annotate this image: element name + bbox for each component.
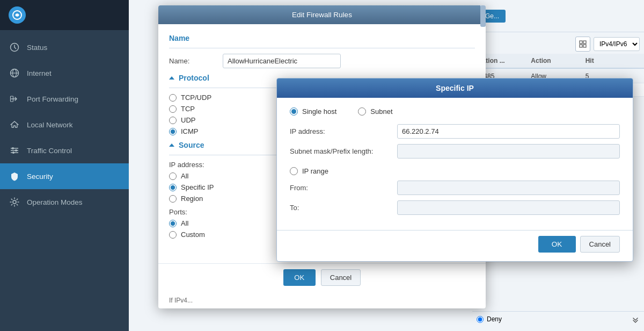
subnet-radio[interactable] xyxy=(358,107,366,116)
name-section-title: Name xyxy=(169,34,475,42)
svg-rect-14 xyxy=(580,45,582,47)
ip-range-radio[interactable] xyxy=(290,167,298,175)
firewall-dialog-titlebar: Edit Firewall Rules xyxy=(158,5,486,24)
to-input[interactable] xyxy=(397,200,620,215)
protocol-tcp-radio[interactable] xyxy=(169,105,177,113)
table-col-headers: ination ... Action Hit xyxy=(472,54,644,69)
sidebar-item-local-network-label: Local Network xyxy=(27,121,73,129)
col-header-action: Action xyxy=(531,57,585,64)
sidebar-item-operation-modes[interactable]: Operation Modes xyxy=(0,189,129,215)
ip-range-radio-row: IP range xyxy=(290,167,620,175)
deny-radio-option[interactable]: Deny xyxy=(477,315,502,323)
sidebar: Status Internet Port Forwarding xyxy=(0,0,129,331)
name-input[interactable] xyxy=(223,54,341,68)
source-ip-specific-label: Specific IP xyxy=(181,183,214,191)
svg-rect-12 xyxy=(580,41,582,44)
protocol-icmp-label: ICMP xyxy=(181,127,199,135)
subnet-mask-label: Subnet mask/Prefix length: xyxy=(290,147,397,155)
sidebar-item-traffic-control[interactable]: Traffic Control xyxy=(0,138,129,163)
top-bar: Ge... xyxy=(472,0,644,32)
sidebar-item-security[interactable]: Security xyxy=(0,163,129,189)
subnet-label: Subnet xyxy=(370,107,392,116)
protocol-icmp-radio[interactable] xyxy=(169,128,177,135)
specific-ip-cancel-button[interactable]: Cancel xyxy=(580,236,620,253)
specific-ip-dialog-title: Specific IP xyxy=(436,84,474,92)
sidebar-item-local-network[interactable]: Local Network xyxy=(0,112,129,138)
sidebar-logo xyxy=(0,0,129,30)
firewall-dialog-footer: OK Cancel xyxy=(158,263,486,294)
ip-range-option[interactable]: IP range xyxy=(290,167,328,175)
ip-version-area: IPv4/IPv6 IPv4 IPv6 xyxy=(575,37,640,52)
subnet-mask-row: Subnet mask/Prefix length: xyxy=(290,144,620,159)
from-input[interactable] xyxy=(397,181,620,195)
single-host-option[interactable]: Single host xyxy=(290,107,336,116)
sidebar-item-port-forwarding-label: Port Forwarding xyxy=(27,95,78,103)
specific-ip-dialog-body: Single host Subnet IP address: Subnet ma… xyxy=(277,98,633,230)
deny-row: Deny xyxy=(472,311,644,327)
subnet-option[interactable]: Subnet xyxy=(358,107,392,116)
sidebar-item-status[interactable]: Status xyxy=(0,34,129,60)
ip-range-label: IP range xyxy=(302,167,328,175)
ip-address-row: IP address: xyxy=(290,124,620,139)
firewall-dialog-title: Edit Firewall Rules xyxy=(292,11,352,19)
source-ip-all-radio[interactable] xyxy=(169,172,177,180)
ip-version-select[interactable]: IPv4/IPv6 IPv4 IPv6 xyxy=(594,37,640,51)
dialog-bottom-note: If IPv4... xyxy=(158,294,486,308)
home-icon xyxy=(9,119,20,131)
from-label: From: xyxy=(290,184,397,192)
sliders-icon xyxy=(9,145,20,156)
single-host-label: Single host xyxy=(302,107,336,116)
protocol-tcp-label: TCP xyxy=(181,105,195,113)
source-ip-region-radio[interactable] xyxy=(169,195,177,203)
ip-address-label: IP address: xyxy=(290,127,397,135)
globe-icon xyxy=(9,67,20,79)
expand-icon[interactable] xyxy=(631,315,640,323)
to-row: To: xyxy=(290,200,620,215)
sidebar-item-security-label: Security xyxy=(27,172,53,181)
sidebar-item-port-forwarding[interactable]: Port Forwarding xyxy=(0,86,129,112)
subnet-mask-input[interactable] xyxy=(397,144,620,159)
col-header-hit: Hit xyxy=(586,57,640,64)
sidebar-item-internet-label: Internet xyxy=(27,69,52,77)
firewall-ok-button[interactable]: OK xyxy=(283,269,316,286)
scrollbar-thumb[interactable] xyxy=(480,5,486,27)
specific-ip-dialog-footer: OK Cancel xyxy=(277,231,633,261)
sidebar-item-status-label: Status xyxy=(27,44,47,52)
protocol-udp-label: UDP xyxy=(181,116,195,124)
source-ip-region-label: Region xyxy=(181,195,203,203)
firewall-cancel-button[interactable]: Cancel xyxy=(321,269,361,286)
source-ip-specific-radio[interactable] xyxy=(169,184,177,191)
svg-rect-15 xyxy=(583,45,586,47)
source-ip-all-label: All xyxy=(181,172,188,180)
sidebar-navigation: Status Internet Port Forwarding xyxy=(0,30,129,331)
ip-address-input[interactable] xyxy=(397,124,620,139)
svg-point-11 xyxy=(13,200,16,204)
specific-ip-ok-button[interactable]: OK xyxy=(538,236,576,253)
specific-ip-dialog: Specific IP Single host Subnet IP addres… xyxy=(276,78,633,262)
host-type-row: Single host Subnet xyxy=(290,107,620,116)
svg-point-6 xyxy=(12,147,14,149)
to-label: To: xyxy=(290,204,397,212)
deny-radio-input[interactable] xyxy=(477,316,484,323)
protocol-udp-radio[interactable] xyxy=(169,117,177,124)
ports-custom-label: Custom xyxy=(181,231,205,239)
ports-all-radio[interactable] xyxy=(169,220,177,227)
single-host-radio[interactable] xyxy=(290,107,298,116)
gear-icon xyxy=(9,196,20,208)
view-icon[interactable] xyxy=(575,37,590,52)
ports-custom-radio[interactable] xyxy=(169,231,177,239)
from-row: From: xyxy=(290,181,620,195)
ports-all-label: All xyxy=(181,219,188,227)
deny-label: Deny xyxy=(487,315,502,323)
sidebar-item-operation-modes-label: Operation Modes xyxy=(27,198,83,206)
specific-ip-dialog-titlebar: Specific IP xyxy=(277,78,633,98)
arrow-icon xyxy=(9,93,20,105)
protocol-tcpudp-label: TCP/UDP xyxy=(181,93,211,102)
sidebar-item-internet[interactable]: Internet xyxy=(0,60,129,86)
protocol-tcpudp-radio[interactable] xyxy=(169,94,177,102)
scrollbar-track xyxy=(480,5,486,24)
svg-rect-13 xyxy=(583,41,586,44)
clock-icon xyxy=(9,41,20,53)
shield-icon xyxy=(9,170,20,182)
name-field-row: Name: xyxy=(169,54,475,68)
